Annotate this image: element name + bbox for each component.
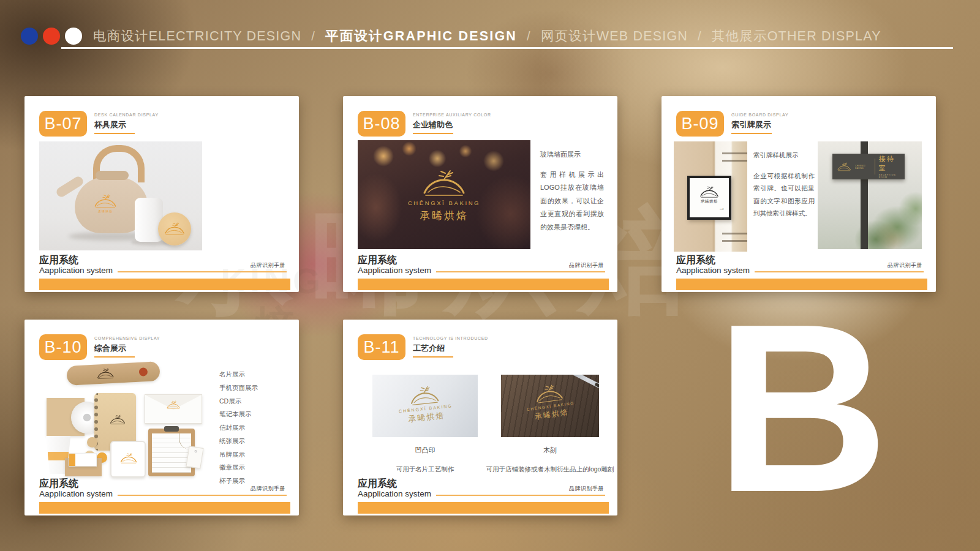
envelope	[145, 394, 202, 424]
nav-item-other-display[interactable]: 其他展示OTHER DISPLAY	[712, 27, 881, 45]
door-slat	[722, 240, 747, 242]
footer-title-cn: 应用系统	[676, 254, 715, 267]
sign-brand-cn: 承晞烘焙	[701, 199, 718, 204]
business-card	[69, 453, 97, 467]
teapot-lid	[96, 171, 129, 180]
door-slat	[722, 233, 747, 234]
lid-logo	[164, 221, 186, 236]
notebook-logo	[109, 414, 126, 425]
nav-item-web-design[interactable]: 网页设计WEB DESIGN	[541, 27, 688, 45]
description-text: 套用样机展示出LOGO挂放在玻璃墙面的效果，可以让企业更直观的看到摆放的效果是否…	[540, 168, 604, 234]
list-item: 纸张展示	[219, 437, 258, 446]
technique-caption-left: 凹凸印	[372, 446, 478, 455]
brand-logo: CHĒNGXĪ BAKING 承晞烘焙	[358, 167, 530, 223]
color-dots	[21, 28, 82, 45]
section-letter: B	[715, 298, 889, 519]
list-item: CD展示	[219, 397, 258, 407]
footer-title-cn: 应用系统	[39, 254, 78, 267]
footer-title-en: Aapplication system	[39, 489, 113, 498]
footer-rule	[118, 271, 287, 272]
hang-tag	[186, 446, 203, 468]
nav-item-graphic-design[interactable]: 平面设计GRAPHIC DESIGN	[325, 27, 517, 45]
card-title-en: TECHNOLOGY IS INTRODUCED	[413, 336, 488, 340]
footer-manual-label: 品牌识别手册	[251, 485, 285, 493]
emboss-logo: CHĒNGXĪ BAKING 承晞烘焙	[372, 379, 478, 429]
footer-title-en: Aapplication system	[358, 489, 431, 498]
slide-card-b08[interactable]: B-08 ENTERPRISE AUXILIARY COLOR 企业辅助色 CH…	[343, 96, 617, 292]
bottom-accent-bar	[39, 502, 290, 514]
nav-item-ecommerce-design[interactable]: 电商设计ELECTRICITY DESIGN	[93, 27, 301, 45]
card-title-en: ENTERPRISE AUXILIARY COLOR	[413, 113, 491, 117]
list-item: 信封展示	[219, 423, 258, 433]
code-badge: B-09	[676, 111, 724, 137]
clipboard-clip	[164, 426, 179, 432]
kraft-tube	[66, 361, 160, 386]
wood-carving-photo: CHĒNGXĪ BAKING 承晞烘焙	[501, 375, 599, 437]
footer-title-en: Aapplication system	[358, 266, 431, 275]
index-sign: 承晞烘焙 →	[687, 176, 731, 220]
footer-manual-label: 品牌识别手册	[251, 261, 285, 269]
footer-manual-label: 品牌识别手册	[888, 261, 922, 269]
footer-title-en: Aapplication system	[39, 266, 113, 275]
footer-rule	[436, 271, 605, 272]
nav-separator: /	[311, 29, 315, 43]
footer-rule	[436, 495, 605, 496]
description-text: 企业可根据样机制作索引牌。也可以把里面的文字和图形应用到其他索引牌样式。	[753, 170, 815, 220]
storefront-sign-photo: CHĒNGXĪ BAKING 接待室 RECEPTION ROOM	[818, 141, 922, 249]
footer-title-cn: 应用系统	[358, 478, 397, 490]
slide-card-b07[interactable]: B-07 DESK CALENDAR DISPLAY 杯具展示 承晞烘焙 KIN…	[24, 96, 299, 292]
tablet-logo	[119, 452, 138, 464]
door-slat	[722, 160, 747, 162]
teapot-mockup-photo: 承晞烘焙	[39, 141, 202, 250]
teapot-logo: 承晞烘焙	[93, 193, 118, 213]
technique-caption-right: 木刻	[501, 446, 599, 455]
footer-title-cn: 应用系统	[39, 478, 78, 490]
envelope-logo	[166, 400, 181, 410]
white-dot-icon	[65, 28, 82, 45]
carved-logo: CHĒNGXĪ BAKING 承晞烘焙	[501, 377, 599, 427]
blue-dot-icon	[21, 28, 38, 45]
list-item: 笔记本展示	[219, 410, 258, 419]
list-item: 吊牌展示	[219, 450, 258, 460]
stationery-mockup-photo	[33, 360, 208, 478]
door-slat	[722, 152, 747, 154]
card-title-en: GUIDE BOARD DISPLAY	[731, 113, 788, 117]
plate-title: 接待室	[879, 154, 900, 173]
emboss-print-photo: CHĒNGXĪ BAKING 承晞烘焙	[372, 375, 478, 437]
bottom-accent-bar	[358, 502, 609, 514]
slide-card-b11[interactable]: B-11 TECHNOLOGY IS INTRODUCED 工艺介绍 CHĒNG…	[343, 320, 617, 515]
card-title-cn: 综合展示	[94, 343, 135, 358]
tube-logo	[96, 367, 115, 380]
slide-card-b10[interactable]: B-10 COMPREHENSIVE DISPLAY 综合展示	[24, 320, 299, 515]
glass-wall-photo: CHĒNGXĪ BAKING 承晞烘焙	[358, 140, 530, 249]
red-dot-icon	[43, 28, 60, 45]
brand-name-cn: 承晞烘焙	[408, 410, 446, 425]
list-item: 徽章展示	[219, 463, 258, 473]
card-title-cn: 工艺介绍	[413, 343, 453, 358]
brand-name-en: CHĒNGXĪ BAKING	[408, 200, 480, 206]
nav-underline	[61, 47, 953, 49]
card-title-en: COMPREHENSIVE DISPLAY	[94, 336, 160, 340]
slide-card-b09[interactable]: B-09 GUIDE BOARD DISPLAY 索引牌展示 承晞烘焙 → 索引…	[662, 96, 936, 292]
technique-desc-right: 可用于店铺装修或者木制衍生品上的logo雕刻	[483, 465, 617, 474]
plate-divider	[875, 159, 875, 174]
reception-plate: CHĒNGXĪ BAKING 接待室 RECEPTION ROOM	[832, 154, 905, 179]
footer-manual-label: 品牌识别手册	[569, 485, 604, 493]
tablet	[110, 441, 146, 478]
list-item: 手机页面展示	[219, 383, 258, 393]
footer-rule	[755, 271, 924, 272]
card-title-cn: 索引牌展示	[731, 119, 772, 134]
teapot-logo-text: 承晞烘焙	[93, 209, 118, 213]
technique-desc-left: 可用于名片工艺制作	[372, 465, 478, 474]
card-stripe	[69, 454, 75, 466]
brand-name-cn: 承晞烘焙	[420, 209, 469, 223]
top-nav-bar: 电商设计ELECTRICITY DESIGN / 平面设计GRAPHIC DES…	[0, 0, 980, 55]
bottom-accent-bar	[358, 279, 609, 290]
display-item-list: 名片展示 手机页面展示 CD展示 笔记本展示 信封展示 纸张展示 吊牌展示 徽章…	[219, 370, 258, 490]
code-badge: B-07	[39, 111, 87, 137]
plate-brand-en: CHĒNGXĪ BAKING	[855, 165, 871, 170]
nav-separator: /	[698, 29, 702, 43]
card-title-cn: 企业辅助色	[413, 119, 453, 134]
nav-separator: /	[527, 29, 531, 43]
card-title-cn: 杯具展示	[94, 119, 135, 134]
